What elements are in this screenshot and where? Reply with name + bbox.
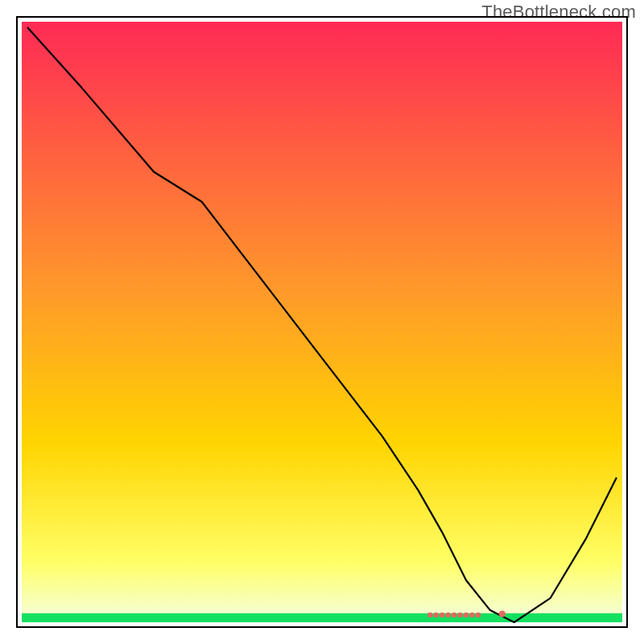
data-point <box>469 613 474 617</box>
data-point <box>440 613 444 617</box>
chart-frame: TheBottleneck.com <box>0 0 644 644</box>
data-point <box>427 613 432 617</box>
data-point <box>446 613 451 617</box>
green-band <box>22 613 622 622</box>
data-point <box>452 613 456 617</box>
gradient-background <box>22 22 622 622</box>
chart-svg <box>0 0 644 644</box>
data-point <box>464 613 469 617</box>
plot-group <box>17 17 627 627</box>
data-point <box>476 613 481 617</box>
data-point <box>457 613 462 617</box>
data-point <box>499 610 506 617</box>
data-point <box>434 613 439 617</box>
